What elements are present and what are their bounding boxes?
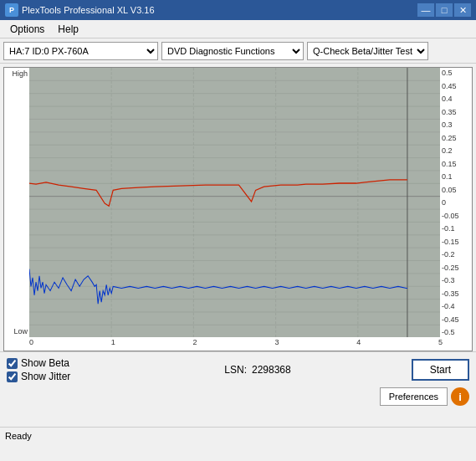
y-axis-right: 0.5 0.45 0.4 0.35 0.3 0.25 0.2 0.15 0.1 … — [440, 68, 472, 337]
info-button[interactable]: i — [451, 387, 469, 406]
show-beta-checkbox[interactable] — [7, 358, 18, 369]
y-left-high: High — [6, 69, 28, 78]
chart-inner — [29, 68, 440, 337]
show-jitter-label: Show Jitter — [21, 371, 70, 382]
bottom-row2: Preferences i — [7, 387, 469, 406]
y-axis-left: High Low — [4, 68, 29, 337]
status-bar: Ready — [0, 427, 476, 443]
lsn-area: LSN: 2298368 — [224, 364, 290, 376]
preferences-button[interactable]: Preferences — [380, 387, 448, 406]
bottom-right: Start — [412, 359, 469, 381]
menu-bar: Options Help — [0, 20, 476, 38]
title-bar: P PlexTools Professional XL V3.16 — □ ✕ — [0, 0, 476, 20]
chart-container: High Low — [3, 67, 473, 351]
svg-rect-0 — [29, 68, 440, 337]
minimize-button[interactable]: — — [417, 3, 434, 17]
drive-select[interactable]: HA:7 ID:0 PX-760A — [3, 42, 158, 60]
bottom-row1: Show Beta Show Jitter LSN: 2298368 Start — [7, 357, 469, 382]
menu-help[interactable]: Help — [51, 22, 85, 36]
x-axis: 0 1 2 3 4 5 — [4, 337, 472, 351]
window-title: PlexTools Professional XL V3.16 — [22, 5, 155, 15]
lsn-label: LSN: — [224, 364, 247, 376]
start-button[interactable]: Start — [412, 359, 469, 381]
title-bar-left: P PlexTools Professional XL V3.16 — [5, 3, 155, 17]
bottom-left: Show Beta Show Jitter — [7, 357, 70, 382]
status-text: Ready — [5, 431, 32, 441]
show-beta-row: Show Beta — [7, 357, 70, 369]
chart-area: High Low — [4, 68, 472, 337]
bottom-panel: Show Beta Show Jitter LSN: 2298368 Start… — [0, 351, 476, 427]
toolbar: HA:7 ID:0 PX-760A DVD Diagnostic Functio… — [0, 38, 476, 64]
function-select[interactable]: DVD Diagnostic Functions — [161, 42, 304, 60]
lsn-value: 2298368 — [252, 364, 291, 376]
show-jitter-checkbox[interactable] — [7, 371, 18, 382]
maximize-button[interactable]: □ — [436, 3, 453, 17]
close-button[interactable]: ✕ — [454, 3, 471, 17]
show-beta-label: Show Beta — [21, 357, 69, 369]
test-select[interactable]: Q-Check Beta/Jitter Test — [307, 42, 428, 60]
show-jitter-row: Show Jitter — [7, 371, 70, 382]
title-controls[interactable]: — □ ✕ — [417, 3, 471, 17]
app-icon: P — [5, 3, 18, 17]
chart-svg — [29, 68, 440, 337]
y-left-low: Low — [6, 327, 28, 336]
menu-options[interactable]: Options — [3, 22, 51, 36]
